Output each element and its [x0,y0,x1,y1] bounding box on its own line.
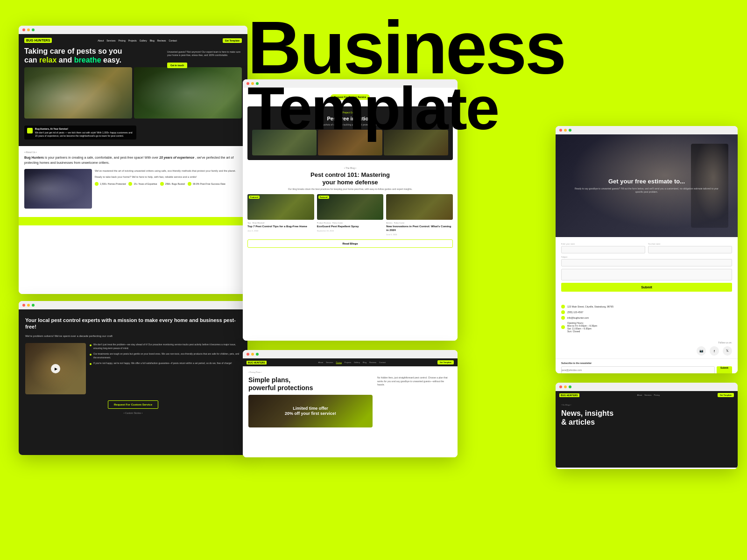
about-dark-cta-btn[interactable]: Request For Custom Service [108,400,158,409]
form-field-name: Enter your name [561,243,645,253]
nav-link-contact[interactable]: Contact [169,39,177,42]
pricing-nav-reviews[interactable]: Reviews [369,361,376,364]
point-text-2: Our treatments are tough on pests but ge… [93,352,241,359]
pricing-left: Simple plans, powerful protections Limit… [248,376,373,427]
main-browser-content: BUG HUNTERS About Services Pricing Proje… [19,34,247,294]
dot-red-main [22,28,25,31]
pricing-nav-cta[interactable]: Get Template [437,360,454,364]
contact-address: 123 Main Street, Cityville, Statesburg, … [561,305,732,308]
nav-link-blog[interactable]: Blog [150,39,155,42]
pricing-content: BUG HUNTERS About Services Pricing Proje… [243,358,458,457]
social-label: Follow us on: [561,341,732,344]
form-input-subject[interactable] [561,259,732,266]
blog-dark-nav-services[interactable]: Services [644,394,651,396]
blog-title: Pest control 101: Mastering your home de… [247,171,453,186]
nav-link-projects[interactable]: Projects [128,39,137,42]
pricing-right: No hidden fees, just straightforward pes… [377,376,452,387]
blog-card-img-2: Featured [317,194,384,220]
newsletter-submit-btn[interactable]: Submit [717,366,732,373]
blog-card-meta-1: Tips Brian Marshall [247,222,314,224]
nav-link-services[interactable]: Services [106,39,115,42]
main-nav: BUG HUNTERS About Services Pricing Proje… [24,38,242,43]
main-nav-logo: BUG HUNTERS [24,38,52,43]
estimate-hero: Get your free estimate to... Ready to sa… [556,134,738,237]
point-1: We don't just treat the problem—we stay … [90,343,241,350]
nav-link-reviews[interactable]: Reviews [157,39,166,42]
hero-badge: Bug Hunters, At Your Service! We don't j… [24,126,136,140]
pricing-nav-projects[interactable]: Projects [345,361,351,364]
pricing-nav: BUG HUNTERS About Services Pricing Proje… [243,358,458,366]
dot-red-pricing [247,353,249,356]
pricing-nav-pricing[interactable]: Pricing [336,361,342,364]
stat-icon-1 [95,182,99,186]
facebook-icon[interactable]: f [710,346,719,356]
nav-link-gallery[interactable]: Gallery [140,39,147,42]
hero-title: Taking care of pests so you can relax an… [24,47,132,64]
featured-tag-2: Featured [318,196,329,199]
blog-title-2: your home defense [322,179,378,186]
about-dark-title: Your local pest control experts with a m… [25,317,241,330]
pricing-nav-gallery[interactable]: Gallery [354,361,360,364]
form-textarea-message[interactable] [561,269,732,280]
pricing-nav-services[interactable]: Services [326,361,333,364]
nav-link-pricing[interactable]: Pricing [118,39,125,42]
stat-icon-4 [188,182,191,186]
about-text: Bug Hunters is your partners in creating… [24,155,242,165]
dot-yellow-main [27,28,30,31]
instagram-icon[interactable]: 📷 [697,346,706,356]
play-button[interactable] [51,364,60,373]
blog-label: • The Blog • [247,167,453,169]
form-input-name[interactable] [561,246,645,253]
form-submit-btn[interactable]: Submit [561,283,732,292]
blog-dark-nav-links: About Services Pricing [637,394,660,396]
estimate-hero-subtitle: Ready to say goodbye to unwanted guests?… [574,187,719,194]
form-input-lastname[interactable] [648,246,732,253]
hero-cta-btn[interactable]: Get in touch [167,63,187,68]
blog-dark-breadcrumb: • Go Blogs • [561,404,732,406]
blog-dark-title: News, insights & articles [561,409,732,427]
contact-hours-text: Opening Hours:Mon to Fri: 6:00pm – 6:30p… [567,322,597,333]
blog-dark-nav-about[interactable]: About [637,394,642,396]
pricing-offer-text: Limited time offer20% off your first ser… [285,406,336,416]
hero-badge-title: Bug Hunters, At Your Service! [35,127,134,130]
estimate-hero-text: Get your free estimate to... Ready to sa… [574,178,719,194]
form-field-subject: Subject [561,256,732,266]
form-row-1: Enter your name Your last name [561,243,732,253]
contact-info: 123 Main Street, Cityville, Statesburg, … [556,301,738,338]
pricing-nav-blog[interactable]: Blog [363,361,366,364]
featured-tag-1: Featured [249,196,260,199]
browser-bar-main [19,26,247,34]
nav-link-about[interactable]: About [98,39,104,42]
newsletter-input[interactable] [561,366,715,373]
twitter-icon[interactable]: 𝕏 [723,346,732,356]
stat-4: 99.9% Pest-Free Success Rate [188,182,226,186]
dot-green-pricing [256,353,259,356]
pricing-img-overlay: Limited time offer20% off your first ser… [248,395,373,427]
social-icons: 📷 f 𝕏 [561,346,732,356]
pricing-nav-about[interactable]: About [318,361,323,364]
main-nav-cta[interactable]: Get Template [223,38,242,43]
hero-badge-text: Bug Hunters, At Your Service! We don't j… [35,127,134,138]
blog-dark-nav-pricing[interactable]: Pricing [654,394,660,396]
social-section: Follow us on: 📷 f 𝕏 [556,338,738,358]
blog-card-meta-2: Product Reviews Rufus Carter [317,222,384,224]
newsletter-section: Subscribe to the newsletter Submit [556,358,738,373]
stat-2: 15+ Years of Expertise [128,182,157,186]
browser-bar-blog-dark [556,383,738,391]
blog-dark-nav-cta[interactable]: Get Template [718,393,734,397]
headline-container: Business Template [247,14,738,136]
browser-blog-dark: BUG HUNTERS About Services Pricing Get T… [556,383,738,469]
pricing-body: • Pricing Plans • Simple plans, powerful… [243,366,458,432]
about-dark-bottom: We don't just treat the problem—we stay … [25,343,241,394]
pricing-nav-contact[interactable]: Contact [379,361,386,364]
contact-phone-text: (555) 123-4567 [567,311,583,314]
blog-dark-title-1: News, insights [561,409,613,417]
pricing-image: Limited time offer20% off your first ser… [248,395,373,427]
hero-green: breathe [74,56,101,64]
read-blogs-btn[interactable]: Read Blogs [247,239,453,248]
newsletter-row: Submit [561,366,732,373]
estimate-content: Get your free estimate to... Ready to sa… [556,134,738,373]
headline-business: Business [247,14,738,81]
point-dot-1 [90,344,92,346]
dot-green-blog-dark [569,385,571,388]
